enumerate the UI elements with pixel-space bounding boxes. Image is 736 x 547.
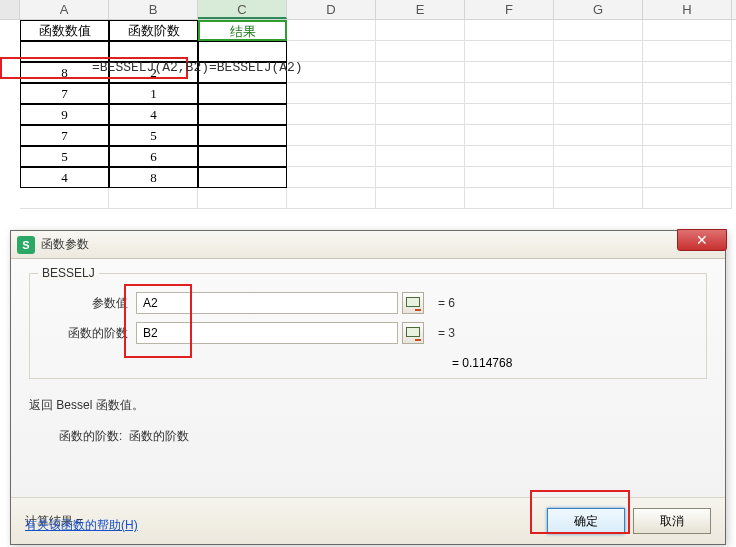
param-result-value: = 6 xyxy=(438,296,455,310)
cell-a1[interactable]: 函数数值 xyxy=(20,20,109,41)
argument-description: 函数的阶数: 函数的阶数 xyxy=(59,428,707,445)
col-head-c[interactable]: C xyxy=(198,0,287,19)
formula-overlay: =BESSELJ(A2,B2)=BESSELJ(A2) xyxy=(92,60,303,75)
cell-a8[interactable]: 4 xyxy=(20,167,109,188)
ok-button[interactable]: 确定 xyxy=(547,508,625,534)
function-arguments-dialog: S 函数参数 ✕ BESSELJ 参数值 = 6 函数的阶数 = 3 = 0.1… xyxy=(10,230,726,545)
param-input-order[interactable] xyxy=(136,322,398,344)
col-head-d[interactable]: D xyxy=(287,0,376,19)
param-row-order: 函数的阶数 = 3 xyxy=(42,322,694,344)
cell-a5[interactable]: 9 xyxy=(20,104,109,125)
param-label-value: 参数值 xyxy=(42,295,136,312)
cell-b8[interactable]: 8 xyxy=(109,167,198,188)
cell-b5[interactable]: 4 xyxy=(109,104,198,125)
app-icon: S xyxy=(17,236,35,254)
column-headers-row: A B C D E F G H xyxy=(0,0,736,20)
param-row-value: 参数值 = 6 xyxy=(42,292,694,314)
cell-c4[interactable] xyxy=(198,83,287,104)
cell-b2[interactable] xyxy=(109,41,198,62)
dialog-title: 函数参数 xyxy=(41,236,89,253)
close-button[interactable]: ✕ xyxy=(677,229,727,251)
cell-h1[interactable] xyxy=(643,20,732,41)
col-head-e[interactable]: E xyxy=(376,0,465,19)
close-icon: ✕ xyxy=(696,232,708,248)
col-head-f[interactable]: F xyxy=(465,0,554,19)
cell-c7[interactable] xyxy=(198,146,287,167)
cell-d1[interactable] xyxy=(287,20,376,41)
param-result-order: = 3 xyxy=(438,326,455,340)
cell-c1[interactable]: 结果 xyxy=(198,20,287,41)
param-label-order: 函数的阶数 xyxy=(42,325,136,342)
col-head-b[interactable]: B xyxy=(109,0,198,19)
param-input-value[interactable] xyxy=(136,292,398,314)
col-head-h[interactable]: H xyxy=(643,0,732,19)
function-preview-result: = 0.114768 xyxy=(42,356,694,370)
cell-a6[interactable]: 7 xyxy=(20,125,109,146)
cell-a7[interactable]: 5 xyxy=(20,146,109,167)
range-select-button-2[interactable] xyxy=(402,322,424,344)
range-select-button-1[interactable] xyxy=(402,292,424,314)
col-head-a[interactable]: A xyxy=(20,0,109,19)
function-description: 返回 Bessel 函数值。 xyxy=(29,397,707,414)
function-fieldset: BESSELJ 参数值 = 6 函数的阶数 = 3 = 0.114768 xyxy=(29,273,707,379)
col-head-g[interactable]: G xyxy=(554,0,643,19)
dialog-footer: 计算结果 = 确定 取消 有关该函数的帮助(H) xyxy=(11,497,725,544)
cell-c6[interactable] xyxy=(198,125,287,146)
help-link[interactable]: 有关该函数的帮助(H) xyxy=(25,517,138,534)
function-name-label: BESSELJ xyxy=(38,266,99,280)
cell-b4[interactable]: 1 xyxy=(109,83,198,104)
cell-e1[interactable] xyxy=(376,20,465,41)
cancel-button[interactable]: 取消 xyxy=(633,508,711,534)
cell-a4[interactable]: 7 xyxy=(20,83,109,104)
cell-b1[interactable]: 函数阶数 xyxy=(109,20,198,41)
cell-b6[interactable]: 5 xyxy=(109,125,198,146)
cell-c8[interactable] xyxy=(198,167,287,188)
cell-c5[interactable] xyxy=(198,104,287,125)
cell-a2[interactable] xyxy=(20,41,109,62)
cell-c2[interactable] xyxy=(198,41,287,62)
cell-g1[interactable] xyxy=(554,20,643,41)
select-all-corner[interactable] xyxy=(0,0,20,19)
dialog-titlebar[interactable]: S 函数参数 ✕ xyxy=(11,231,725,259)
grid: 函数数值 函数阶数 结果 8 2 7 1 xyxy=(0,20,736,209)
cell-b7[interactable]: 6 xyxy=(109,146,198,167)
cell-f1[interactable] xyxy=(465,20,554,41)
spreadsheet-area: A B C D E F G H 函数数值 函数阶数 结果 8 xyxy=(0,0,736,230)
